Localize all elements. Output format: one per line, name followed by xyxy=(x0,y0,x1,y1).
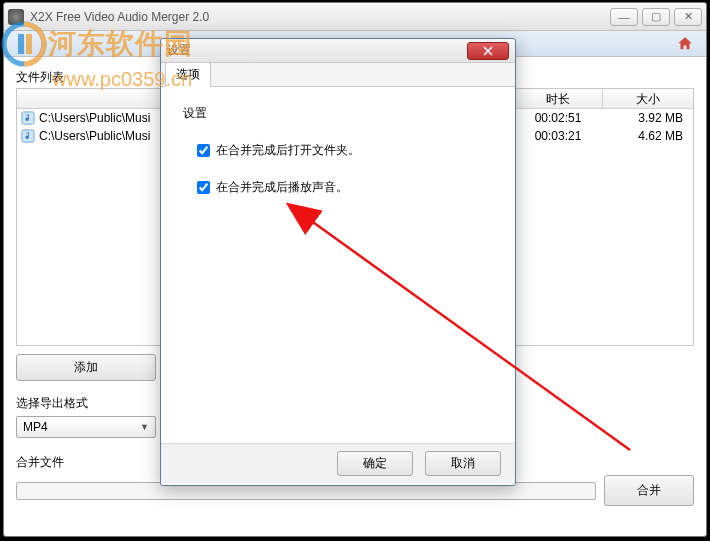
music-icon xyxy=(21,129,35,143)
format-value: MP4 xyxy=(23,420,48,434)
format-select[interactable]: MP4 ▼ xyxy=(16,416,156,438)
dialog-close-button[interactable] xyxy=(467,42,509,60)
dialog-title: 设置 xyxy=(167,42,467,59)
col-duration[interactable]: 时长 xyxy=(513,89,603,108)
file-size: 4.62 MB xyxy=(603,129,693,143)
checkbox-open-folder[interactable] xyxy=(197,144,210,157)
chevron-down-icon: ▼ xyxy=(140,422,149,432)
checkbox-play-sound[interactable] xyxy=(197,181,210,194)
file-path: C:\Users\Public\Musi xyxy=(39,129,150,143)
app-icon xyxy=(8,9,24,25)
close-icon xyxy=(483,46,493,56)
file-path: C:\Users\Public\Musi xyxy=(39,111,150,125)
file-duration: 00:03:21 xyxy=(513,129,603,143)
music-icon xyxy=(21,111,35,125)
window-title: X2X Free Video Audio Merger 2.0 xyxy=(30,10,610,24)
cancel-button[interactable]: 取消 xyxy=(425,451,501,476)
ok-button[interactable]: 确定 xyxy=(337,451,413,476)
col-size[interactable]: 大小 xyxy=(603,89,693,108)
settings-dialog: 设置 选项 设置 在合并完成后打开文件夹。 在合并完成后播放声音。 确定 取消 xyxy=(160,38,516,486)
merge-button[interactable]: 合并 xyxy=(604,475,694,506)
option-play-sound-label: 在合并完成后播放声音。 xyxy=(216,179,348,196)
file-duration: 00:02:51 xyxy=(513,111,603,125)
titlebar: X2X Free Video Audio Merger 2.0 — ▢ ✕ xyxy=(4,3,706,31)
tab-strip: 选项 xyxy=(161,63,515,87)
dialog-titlebar[interactable]: 设置 xyxy=(161,39,515,63)
file-size: 3.92 MB xyxy=(603,111,693,125)
tab-options[interactable]: 选项 xyxy=(165,62,211,87)
add-button[interactable]: 添加 xyxy=(16,354,156,381)
close-button[interactable]: ✕ xyxy=(674,8,702,26)
maximize-button[interactable]: ▢ xyxy=(642,8,670,26)
minimize-button[interactable]: — xyxy=(610,8,638,26)
home-icon[interactable] xyxy=(676,35,694,53)
group-label: 设置 xyxy=(183,105,493,122)
option-open-folder-label: 在合并完成后打开文件夹。 xyxy=(216,142,360,159)
